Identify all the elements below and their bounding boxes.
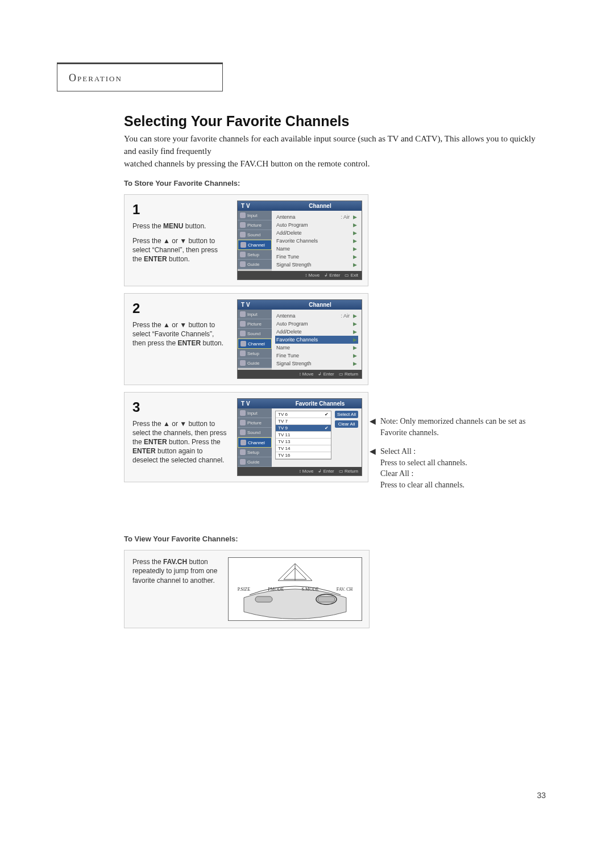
section-header-text: Operation	[69, 72, 122, 84]
osd-row-label: Name	[276, 345, 290, 350]
osd-row-label: Name	[276, 246, 290, 252]
menu-icon	[240, 331, 246, 336]
osd-sidebar-label: Setup	[247, 450, 259, 455]
chevron-right-icon: ▶	[353, 321, 357, 327]
chevron-right-icon: ▶	[353, 246, 357, 252]
step-1-text: 1 Press the MENU button. Press the ▲ or …	[132, 201, 229, 264]
menu-icon	[240, 321, 246, 327]
osd-sidebar-item: Sound	[238, 428, 272, 437]
menu-icon	[240, 222, 246, 228]
osd-menu-row: Add/Delete▶	[275, 229, 358, 237]
favch-text-pre: Press the	[132, 558, 163, 566]
menu-icon	[240, 311, 246, 317]
osd-sidebar-item: Picture	[238, 220, 272, 230]
favorite-buttons: Select AllClear All	[335, 411, 358, 428]
chevron-right-icon: ▶	[353, 353, 357, 358]
menu-icon	[240, 350, 246, 356]
menu-icon	[240, 449, 246, 455]
check-icon: ✔	[325, 425, 329, 431]
osd-sidebar-item: Channel	[238, 339, 272, 349]
osd3-footer: ↕ Move↲ Enter▭ Return	[238, 467, 362, 475]
osd-sidebar-label: Input	[247, 312, 258, 317]
note-2-body1: Press to select all channels.	[380, 457, 529, 469]
chevron-right-icon: ▶	[353, 313, 357, 319]
step-3-line1-bold: ENTER	[144, 438, 167, 446]
favorite-channel-row: TV 13	[276, 439, 331, 445]
osd-row-label: Antenna	[276, 214, 296, 220]
osd-sidebar-label: Sound	[247, 232, 260, 237]
page-title: Selecting Your Favorite Channels	[124, 113, 539, 130]
favorite-channel-row: TV 16	[276, 452, 331, 459]
osd-row-label: Add/Delete	[276, 329, 302, 335]
step-3-number: 3	[132, 398, 229, 416]
favorite-channel-list: TV 6✔TV 7TV 9✔TV 11TV 13TV 14TV 16	[275, 411, 331, 460]
osd-menu-row: Signal Strength▶	[275, 261, 358, 269]
menu-icon	[240, 429, 246, 435]
osd2-main-title: Channel	[279, 300, 362, 310]
osd2-main: Antenna: Air▶Auto Program▶Add/Delete▶Fav…	[272, 310, 362, 370]
step-1-number: 1	[132, 201, 229, 219]
osd-sidebar-item: Setup	[238, 349, 272, 358]
triangle-left-icon: ◀	[370, 446, 376, 490]
osd-action-button: Clear All	[335, 420, 358, 428]
osd-row-value: : Air	[341, 313, 350, 319]
osd-sidebar-item: Picture	[238, 418, 272, 428]
osd-row-label: Signal Strength	[276, 262, 312, 268]
intro-text: You can store your favorite channels for…	[124, 133, 539, 170]
chevron-right-icon: ▶	[353, 329, 357, 335]
menu-icon	[240, 360, 246, 366]
osd-sidebar-label: Picture	[247, 223, 262, 228]
osd2-footer: ↕ Move↲ Enter▭ Return	[238, 370, 362, 378]
step-3-line2-bold: ENTER	[132, 447, 156, 455]
chevron-right-icon: ▶	[353, 337, 357, 343]
remote-label-pmode: PMODE	[268, 587, 284, 592]
osd-sidebar-label: Setup	[247, 252, 259, 257]
note-1: ◀ Note: Only memorized channels can be s…	[370, 416, 529, 438]
favorite-channel-row: TV 11	[276, 432, 331, 439]
chevron-right-icon: ▶	[353, 254, 357, 260]
step-1: 1 Press the MENU button. Press the ▲ or …	[124, 194, 368, 286]
subheading-store: To Store Your Favorite Channels:	[124, 179, 539, 187]
svg-rect-1	[255, 596, 272, 602]
osd-row-label: Fine Tune	[276, 353, 299, 358]
osd-sidebar-label: Picture	[247, 420, 262, 425]
note-2-head2: Clear All :	[380, 468, 529, 479]
favorite-channel-label: TV 9	[278, 425, 288, 431]
step-3: 3 Press the ▲ or ▼ button to select the …	[124, 392, 368, 482]
favorite-channel-label: TV 13	[278, 439, 290, 444]
osd-sidebar-label: Channel	[248, 341, 265, 347]
osd-sidebar-label: Guide	[247, 361, 259, 366]
osd-footer-hint: ↕ Move	[305, 273, 320, 278]
osd-action-button: Select All	[335, 411, 358, 418]
step-3-text: 3 Press the ▲ or ▼ button to select the …	[132, 398, 229, 465]
step-2-number: 2	[132, 299, 229, 318]
step-2: 2 Press the ▲ or ▼ button to select “Fav…	[124, 293, 368, 385]
svg-rect-2	[318, 596, 335, 602]
menu-icon	[240, 232, 246, 237]
step-2-line1-post: button.	[201, 339, 223, 347]
osd-menu-row: Fine Tune▶	[275, 253, 358, 261]
osd-sidebar-item: Sound	[238, 329, 272, 339]
osd-menu-row: Antenna: Air▶	[275, 213, 358, 221]
osd-sidebar-label: Channel	[248, 440, 265, 445]
favorite-channel-row: TV 6✔	[276, 411, 331, 418]
menu-icon	[240, 410, 246, 416]
triangle-left-icon: ◀	[370, 416, 376, 438]
osd-sidebar-item: Channel	[238, 437, 272, 448]
osd-footer-hint: ↕ Move	[299, 372, 314, 377]
osd3-main: TV 6✔TV 7TV 9✔TV 11TV 13TV 14TV 16Select…	[272, 408, 362, 467]
chevron-right-icon: ▶	[353, 345, 357, 350]
favorite-channel-row: TV 7	[276, 418, 331, 425]
step-1-line2-post: button.	[167, 255, 190, 263]
menu-icon	[240, 252, 246, 257]
osd-row-label: Favorite Channels	[276, 337, 318, 343]
subheading-view: To View Your Favorite Channels:	[124, 535, 539, 543]
chevron-right-icon: ▶	[353, 238, 357, 244]
page-number: 33	[537, 791, 546, 800]
menu-icon	[240, 261, 246, 267]
osd-menu-row: Antenna: Air▶	[275, 312, 358, 320]
osd-footer-hint: ↲ Enter	[318, 372, 334, 377]
osd-footer-hint: ▭ Return	[339, 372, 358, 377]
menu-icon	[240, 420, 246, 425]
osd-footer-hint: ▭ Exit	[345, 273, 358, 278]
